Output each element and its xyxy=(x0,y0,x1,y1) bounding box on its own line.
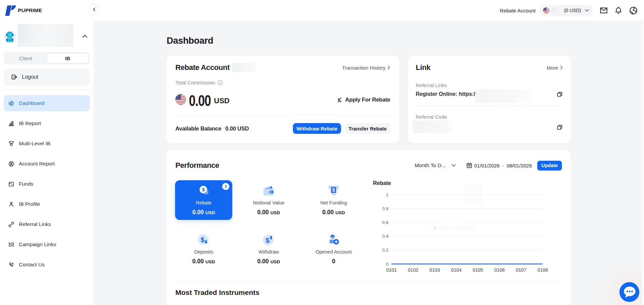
svg-text:0105: 0105 xyxy=(473,267,483,273)
dollar-down-icon: $ xyxy=(175,234,232,246)
chevron-right-circle-icon[interactable] xyxy=(222,183,229,190)
sidebar-item-dashboard[interactable]: Dashboard xyxy=(4,95,90,111)
brand-logo: PUPRIME xyxy=(5,4,90,16)
sidebar-item-referral-links[interactable]: Referral Links xyxy=(4,216,90,232)
globe-icon[interactable] xyxy=(629,6,638,15)
perf-tile-net-funding[interactable]: $ Net Funding 0.00 USD xyxy=(305,180,362,220)
tile-value: 0.00 USD xyxy=(240,209,297,216)
card-divider xyxy=(175,281,562,282)
info-icon[interactable] xyxy=(217,80,223,85)
sidebar-menu: Dashboard IB Report Multi-Level IB Accou… xyxy=(4,95,90,273)
tile-value: 0 xyxy=(305,258,362,265)
card-header: Link More xyxy=(416,63,563,72)
sidebar-item-contact-us[interactable]: Contact Us xyxy=(4,257,90,273)
sidebar-item-funds[interactable]: Funds xyxy=(4,176,90,192)
profile-row[interactable] xyxy=(4,24,90,47)
tile-value: 0.00 USD xyxy=(175,209,232,216)
date-separator: - xyxy=(502,163,504,168)
puprime-logo-icon xyxy=(5,5,16,16)
toggle-ib[interactable]: IB xyxy=(46,53,89,64)
apply-for-rebate-link[interactable]: Apply For Rebate xyxy=(336,97,390,103)
account-selector[interactable]: (0 USD) xyxy=(540,5,592,16)
cards-row: Rebate Account Transaction History Total… xyxy=(167,55,571,143)
tile-value-number: 0.00 xyxy=(322,209,334,216)
tile-unit: USD xyxy=(270,259,280,264)
range-select[interactable]: Month To D... xyxy=(415,162,456,168)
update-button[interactable]: Update xyxy=(537,161,562,170)
chevron-right-icon xyxy=(387,66,390,70)
atm-deposit-icon: $ xyxy=(305,185,362,197)
tile-value-number: 0.00 xyxy=(192,209,204,216)
main-area: Dashboard Rebate Account Transaction His… xyxy=(94,21,644,305)
performance-controls: Month To D... 01/01/2026 - 08/01/2026 Up… xyxy=(415,161,562,170)
referral-link-row: Register Online: https:/ xyxy=(416,89,563,103)
tile-unit: USD xyxy=(335,210,345,215)
scrollbar[interactable] xyxy=(641,21,644,305)
withdraw-rebate-button[interactable]: Withdraw Rebate xyxy=(293,123,341,134)
sidebar-item-multi-level[interactable]: Multi-Level IB xyxy=(4,136,90,152)
tile-label: Net Funding xyxy=(305,200,362,205)
rebate-card-title: Rebate Account xyxy=(175,63,230,72)
link-card: Link More Referral Links Register Online… xyxy=(408,55,571,143)
more-link[interactable]: More xyxy=(547,65,563,71)
tile-unit: USD xyxy=(205,210,215,215)
chat-button[interactable] xyxy=(619,281,640,303)
logout-label: Logout xyxy=(22,74,38,80)
transfer-rebate-button[interactable]: Transfer Rebate xyxy=(345,123,390,134)
bell-icon[interactable] xyxy=(614,6,622,14)
tile-value: 0.00 USD xyxy=(240,258,297,265)
range-label: Month To D... xyxy=(415,162,446,168)
tile-value-number: 0.00 xyxy=(192,258,204,265)
sidebar-divider xyxy=(0,90,94,90)
transaction-history-link[interactable]: Transaction History xyxy=(342,65,390,71)
svg-text:$: $ xyxy=(202,187,205,192)
sidebar-item-ib-report[interactable]: IB Report xyxy=(4,115,90,131)
perf-tile-opened-account[interactable]: Opened Account 0 xyxy=(305,229,362,269)
sidebar-item-label: Contact Us xyxy=(19,262,45,268)
redacted-referral-code xyxy=(413,121,451,133)
tile-value: 0.00 USD xyxy=(305,209,362,216)
available-balance-label: Available Balance xyxy=(175,125,221,132)
chevron-up-icon[interactable] xyxy=(82,35,88,38)
calendar-icon xyxy=(466,162,472,168)
tile-label: Opened Account xyxy=(305,249,362,255)
card-divider xyxy=(175,115,390,116)
tile-unit: USD xyxy=(205,259,215,264)
svg-text:1: 1 xyxy=(386,192,388,197)
page-title: Dashboard xyxy=(167,36,571,46)
user-circle-icon xyxy=(8,161,14,167)
svg-text:0104: 0104 xyxy=(451,267,462,273)
tooltip-text: 0102 0.00 USD xyxy=(439,225,474,231)
logout-icon xyxy=(11,74,18,80)
perf-tile-withdraw[interactable]: $ Withdraw 0.00 USD xyxy=(240,229,297,269)
total-commission-row: 0.00 USD Apply For Rebate xyxy=(175,93,390,106)
redacted-user-name xyxy=(18,24,73,47)
mail-icon[interactable] xyxy=(600,6,608,14)
sidebar-item-ib-profile[interactable]: IB Profile xyxy=(4,196,90,212)
referral-code-label: Referral Code xyxy=(416,114,563,120)
logout-button[interactable]: Logout xyxy=(4,69,90,85)
date-from[interactable]: 01/01/2026 xyxy=(474,163,500,168)
perf-tile-deposits[interactable]: $ Deposits 0.00 USD xyxy=(175,229,232,269)
tile-value-number: 0.00 xyxy=(257,209,269,216)
redacted-rebate-account-number xyxy=(232,63,257,72)
copy-icon[interactable] xyxy=(556,91,563,98)
perf-tile-notional-value[interactable]: Notional Value 0.00 USD xyxy=(240,180,297,220)
copy-icon[interactable] xyxy=(556,124,563,130)
link-icon xyxy=(8,221,14,228)
date-range-picker[interactable]: 01/01/2026 - 08/01/2026 xyxy=(466,162,532,168)
sidebar-collapse-button[interactable] xyxy=(90,5,99,14)
svg-text:0106: 0106 xyxy=(494,267,505,273)
available-balance-value: 0.00 USD xyxy=(225,125,249,132)
tile-label: Notional Value xyxy=(240,200,297,205)
chevron-down-icon xyxy=(451,164,456,167)
rebate-account-label: Rebate Account xyxy=(500,8,536,13)
card-header: Performance Month To D... 01/01/2026 - 0… xyxy=(175,161,562,170)
broken-link-icon xyxy=(8,241,14,248)
toggle-client[interactable]: Client xyxy=(5,53,46,64)
perf-tile-rebate[interactable]: $ Rebate 0.00 USD xyxy=(175,180,232,220)
svg-text:0102: 0102 xyxy=(408,267,418,273)
sidebar-item-campaign-links[interactable]: Campaign Links xyxy=(4,236,90,253)
sidebar-item-account-report[interactable]: Account Report xyxy=(4,156,90,172)
date-to[interactable]: 08/01/2026 xyxy=(507,163,532,168)
